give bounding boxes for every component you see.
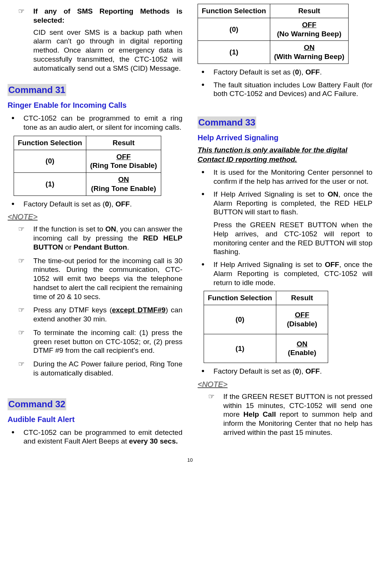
command-32-heading: Command 32 <box>8 398 66 410</box>
cmd33-table: Function Selection Result (0) OFF (Disab… <box>204 291 328 363</box>
table-cell: OFF (No Warning Beep) <box>270 18 348 41</box>
text: Factory Default is set as ( <box>23 200 105 208</box>
document-page: ☞ If any of SMS Reporting Methods is sel… <box>0 0 380 471</box>
text: . <box>320 68 322 76</box>
text: ON <box>105 225 116 233</box>
text: OFF <box>115 200 130 208</box>
text: If Help Arrived Signaling is set to <box>213 261 325 268</box>
table-cell: ON (With Warning Beep) <box>270 41 348 64</box>
pointer-icon: ☞ <box>18 360 25 369</box>
table-header: Function Selection <box>198 4 270 18</box>
cmd31-default: ● Factory Default is set as (0), OFF. <box>8 200 182 209</box>
table-cell: ON (Ring Tone Enable) <box>86 173 161 196</box>
command-31-subheading: Ringer Enable for Incoming Calls <box>8 101 182 110</box>
text: The time-out period for the incoming cal… <box>33 257 182 301</box>
right-column: Function Selection Result (0) OFF (No Wa… <box>198 4 372 450</box>
bullet-icon: ● <box>201 169 204 175</box>
text: or <box>63 243 73 251</box>
text: Factory Default is set as ( <box>213 68 295 76</box>
text: . <box>320 367 322 375</box>
text: ), <box>299 68 305 76</box>
cmd33-b1: ● It is used for the Monitoring Center p… <box>198 168 372 186</box>
text: OFF <box>305 367 320 375</box>
cmd31-note4: ☞ To terminate the incoming call: (1) pr… <box>8 328 182 355</box>
table-cell: (1) <box>204 334 276 363</box>
text: If Help Arrived Signaling is set to <box>213 190 328 198</box>
pointer-icon: ☞ <box>18 225 25 234</box>
cmd33-b2-cont: Press the GREEN RESET BUTTON when the He… <box>198 220 372 256</box>
text: OFF <box>325 261 339 268</box>
bullet-icon: ● <box>11 429 14 436</box>
cmd32-table: Function Selection Result (0) OFF (No Wa… <box>198 4 349 64</box>
result-main: OFF <box>274 20 344 29</box>
result-main: ON <box>90 175 157 184</box>
result-main: OFF <box>90 152 157 161</box>
text: ), <box>299 367 305 375</box>
cmd31-note5: ☞ During the AC Power failure period, Ri… <box>8 360 182 378</box>
command-33-availability: This function is only available for the … <box>198 146 372 164</box>
note-body: CID sent over SMS is a backup path when … <box>33 28 182 73</box>
table-cell: (0) <box>14 150 86 173</box>
bullet-icon: ● <box>201 261 204 268</box>
bullet-icon: ● <box>201 368 204 374</box>
pointer-icon: ☞ <box>18 306 25 315</box>
pointer-icon: ☞ <box>18 328 25 337</box>
cmd31-note1: ☞ If the function is set to ON, you can … <box>8 225 182 251</box>
two-column-layout: ☞ If any of SMS Reporting Methods is sel… <box>8 4 372 450</box>
text: To terminate the incoming call: (1) pres… <box>33 329 182 355</box>
table-cell: OFF (Disable) <box>276 305 328 334</box>
bullet-icon: ● <box>11 200 14 207</box>
cmd31-table: Function Selection Result (0) OFF (Ring … <box>14 136 161 196</box>
result-sub: (Ring Tone Disable) <box>90 161 157 169</box>
text: It is used for the Monitoring Center per… <box>213 168 372 185</box>
result-main: ON <box>287 340 317 349</box>
table-header: Function Selection <box>204 291 276 305</box>
text: 0 <box>295 367 299 375</box>
result-sub: (No Warning Beep) <box>277 30 341 38</box>
cmd31-intro: ● CTC-1052 can be programmed to emit a r… <box>8 114 182 132</box>
text: . <box>127 243 129 251</box>
command-33-heading: Command 33 <box>198 116 256 129</box>
bullet-icon: ● <box>11 115 14 121</box>
cmd33-b2: ● If Help Arrived Signaling is set to ON… <box>198 190 372 217</box>
cmd33-b3: ● If Help Arrived Signaling is set to OF… <box>198 260 372 287</box>
table-cell: (0) <box>204 305 276 334</box>
result-sub: (Ring Tone Enable) <box>91 185 156 192</box>
table-header: Result <box>270 4 348 18</box>
table-cell: (1) <box>198 41 270 64</box>
cmd31-intro-text: CTC-1052 can be programmed to emit a rin… <box>23 114 182 131</box>
text: The fault situation includes Low Battery… <box>213 81 372 98</box>
text: If the function is set to <box>33 225 105 233</box>
table-header: Result <box>86 136 161 150</box>
text: every 30 secs. <box>129 437 178 445</box>
command-33-subheading: Help Arrived Signaling <box>198 133 372 143</box>
note-label: <NOTE> <box>8 212 182 222</box>
text: ), <box>109 200 115 208</box>
table-cell: ON (Enable) <box>276 334 328 363</box>
pointer-icon: ☞ <box>18 7 25 16</box>
text: . <box>130 200 132 208</box>
text: OFF <box>305 68 320 76</box>
cmd33-note: ☞ If the GREEN RESET BUTTON is not press… <box>198 392 372 437</box>
result-main: OFF <box>287 310 317 320</box>
table-header: Result <box>276 291 328 305</box>
text: 0 <box>295 68 299 76</box>
sms-reporting-note: ☞ If any of SMS Reporting Methods is sel… <box>8 7 182 73</box>
bullet-icon: ● <box>201 191 204 197</box>
result-sub: (With Warning Beep) <box>274 53 344 61</box>
table-cell: (0) <box>198 18 270 41</box>
cmd32-default: ● Factory Default is set as (0), OFF. <box>198 68 372 77</box>
bullet-icon: ● <box>201 68 204 75</box>
result-main: ON <box>274 43 344 52</box>
table-cell: (1) <box>14 173 86 196</box>
text: Pendant Button <box>73 243 127 251</box>
text: 0 <box>105 200 109 208</box>
left-column: ☞ If any of SMS Reporting Methods is sel… <box>8 4 182 450</box>
pointer-icon: ☞ <box>208 392 215 401</box>
table-header: Function Selection <box>14 136 86 150</box>
cmd32-fault: ● The fault situation includes Low Batte… <box>198 81 372 99</box>
cmd32-intro: ● CTC-1052 can be programmed to emit det… <box>8 428 182 446</box>
cmd33-default: ● Factory Default is set as (0), OFF. <box>198 367 372 376</box>
text: Press any DTMF keys ( <box>33 306 112 314</box>
command-31-heading: Command 31 <box>8 84 66 96</box>
